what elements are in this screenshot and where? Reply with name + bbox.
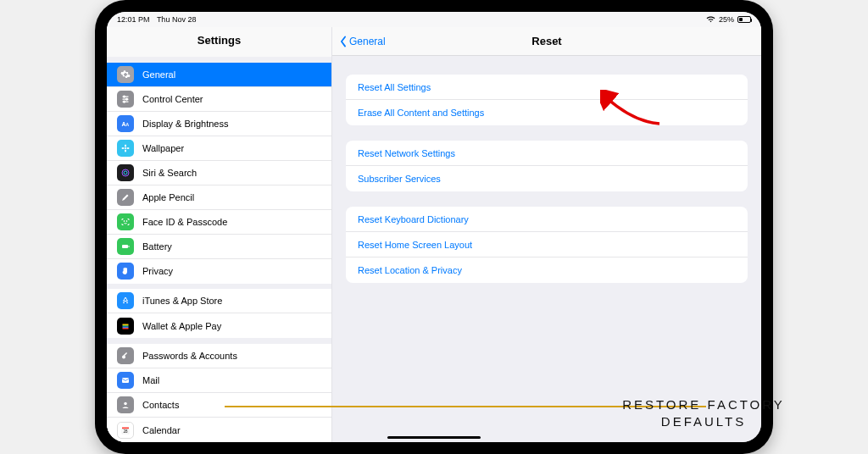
svg-point-9 bbox=[125, 144, 126, 147]
svg-rect-21 bbox=[123, 326, 129, 328]
textsize-icon: AA bbox=[117, 115, 134, 132]
subscriber-services-row[interactable]: Subscriber Services bbox=[346, 166, 748, 191]
svg-point-13 bbox=[122, 169, 129, 176]
detail-header: General Reset bbox=[332, 27, 761, 56]
caption-line2: DEFAULTS bbox=[661, 414, 746, 429]
settings-sidebar: Settings General Control Center bbox=[107, 27, 332, 442]
reset-all-settings-row[interactable]: Reset All Settings bbox=[346, 75, 748, 100]
sidebar-item-wallpaper[interactable]: Wallpaper bbox=[107, 136, 331, 161]
sidebar-item-siri-search[interactable]: Siri & Search bbox=[107, 161, 331, 185]
status-time: 12:01 PM bbox=[117, 15, 150, 24]
sidebar-item-label: Wallpaper bbox=[142, 143, 184, 153]
svg-rect-18 bbox=[129, 246, 130, 247]
chevron-left-icon bbox=[339, 36, 348, 47]
pencil-icon bbox=[117, 189, 134, 206]
back-label: General bbox=[349, 36, 386, 47]
caption-line1: RESTORE FACTORY bbox=[622, 397, 785, 412]
svg-rect-19 bbox=[123, 324, 129, 325]
sliders-icon bbox=[117, 91, 134, 108]
detail-body: Reset All Settings Erase All Content and… bbox=[332, 56, 761, 442]
sidebar-item-label: Mail bbox=[142, 375, 159, 385]
split-view: Settings General Control Center bbox=[107, 27, 761, 442]
gear-icon bbox=[117, 66, 134, 83]
sidebar-item-battery[interactable]: Battery bbox=[107, 235, 331, 259]
sidebar-item-wallet-applepay[interactable]: Wallet & Apple Pay bbox=[107, 313, 331, 338]
sidebar-item-faceid-passcode[interactable]: Face ID & Passcode bbox=[107, 210, 331, 235]
ipad-device-frame: 12:01 PM Thu Nov 28 25% Settings bbox=[95, 0, 773, 454]
faceid-icon bbox=[117, 213, 134, 230]
svg-text:A: A bbox=[122, 121, 126, 127]
appstore-icon bbox=[117, 292, 134, 309]
sidebar-item-display-brightness[interactable]: AA Display & Brightness bbox=[107, 112, 331, 136]
reset-row-label: Reset Location & Privacy bbox=[358, 265, 462, 275]
svg-point-5 bbox=[124, 101, 125, 102]
reset-row-label: Erase All Content and Settings bbox=[358, 108, 484, 118]
sidebar-item-mail[interactable]: Mail bbox=[107, 368, 331, 393]
status-bar: 12:01 PM Thu Nov 28 25% bbox=[107, 12, 761, 27]
sidebar-item-apple-pencil[interactable]: Apple Pencil bbox=[107, 185, 331, 210]
ipad-screen: 12:01 PM Thu Nov 28 25% Settings bbox=[107, 12, 761, 442]
svg-rect-17 bbox=[122, 245, 128, 248]
svg-point-1 bbox=[124, 96, 125, 97]
svg-rect-20 bbox=[123, 325, 129, 327]
svg-rect-24 bbox=[124, 352, 128, 357]
reset-group-3: Reset Keyboard Dictionary Reset Home Scr… bbox=[346, 207, 748, 283]
svg-rect-25 bbox=[122, 378, 129, 383]
siri-icon bbox=[117, 164, 134, 181]
svg-point-16 bbox=[126, 220, 127, 221]
svg-point-26 bbox=[124, 402, 127, 406]
sidebar-item-label: General bbox=[142, 69, 175, 80]
detail-title: Reset bbox=[531, 35, 561, 47]
reset-network-settings-row[interactable]: Reset Network Settings bbox=[346, 141, 748, 166]
sidebar-item-privacy[interactable]: Privacy bbox=[107, 259, 331, 284]
svg-point-14 bbox=[124, 171, 127, 174]
battery-settings-icon bbox=[117, 238, 134, 255]
sidebar-item-label: Siri & Search bbox=[142, 168, 197, 178]
reset-row-label: Reset Home Screen Layout bbox=[358, 240, 472, 250]
sidebar-item-label: Display & Brightness bbox=[142, 119, 229, 129]
sidebar-item-calendar[interactable]: 28 Calendar bbox=[107, 418, 331, 442]
reset-group-2: Reset Network Settings Subscriber Servic… bbox=[346, 141, 748, 191]
calendar-icon: 28 bbox=[117, 422, 134, 439]
svg-rect-22 bbox=[123, 328, 129, 329]
flower-icon bbox=[117, 140, 134, 157]
contacts-icon bbox=[117, 396, 134, 413]
erase-all-content-row[interactable]: Erase All Content and Settings bbox=[346, 100, 748, 125]
back-button[interactable]: General bbox=[339, 27, 386, 55]
status-date: Thu Nov 28 bbox=[157, 15, 197, 24]
detail-pane: General Reset Reset All Settings Erase A… bbox=[332, 27, 761, 442]
caption-text: RESTORE FACTORY DEFAULTS bbox=[593, 396, 814, 431]
sidebar-item-label: Passwords & Accounts bbox=[142, 351, 237, 361]
svg-text:A: A bbox=[126, 122, 130, 127]
svg-rect-27 bbox=[122, 427, 129, 429]
sidebar-item-label: Wallet & Apple Pay bbox=[142, 321, 221, 331]
svg-point-23 bbox=[122, 356, 125, 359]
reset-home-screen-layout-row[interactable]: Reset Home Screen Layout bbox=[346, 232, 748, 257]
svg-point-10 bbox=[125, 149, 126, 152]
sidebar-group-2: iTunes & App Store Wallet & Apple Pay bbox=[107, 289, 331, 338]
reset-keyboard-dictionary-row[interactable]: Reset Keyboard Dictionary bbox=[346, 207, 748, 232]
mail-icon bbox=[117, 372, 134, 389]
reset-row-label: Reset Network Settings bbox=[358, 148, 455, 158]
reset-group-1: Reset All Settings Erase All Content and… bbox=[346, 75, 748, 125]
home-indicator[interactable] bbox=[387, 436, 481, 439]
status-right: 25% bbox=[706, 15, 751, 24]
reset-row-label: Reset Keyboard Dictionary bbox=[358, 214, 469, 224]
sidebar-group-3: Passwords & Accounts Mail Contacts bbox=[107, 344, 331, 442]
status-left: 12:01 PM Thu Nov 28 bbox=[117, 15, 201, 24]
sidebar-item-itunes-appstore[interactable]: iTunes & App Store bbox=[107, 289, 331, 313]
status-battery-pct: 25% bbox=[719, 15, 734, 24]
sidebar-item-label: iTunes & App Store bbox=[142, 296, 222, 306]
svg-point-3 bbox=[126, 98, 128, 100]
sidebar-item-label: Face ID & Passcode bbox=[142, 217, 227, 227]
sidebar-item-label: Calendar bbox=[142, 425, 181, 435]
sidebar-item-label: Privacy bbox=[142, 266, 173, 276]
wallet-icon bbox=[117, 318, 134, 335]
sidebar-item-general[interactable]: General bbox=[107, 63, 331, 87]
sidebar-item-passwords-accounts[interactable]: Passwords & Accounts bbox=[107, 344, 331, 368]
reset-row-label: Reset All Settings bbox=[358, 82, 431, 92]
svg-text:28: 28 bbox=[123, 429, 128, 434]
svg-point-12 bbox=[127, 147, 130, 149]
reset-location-privacy-row[interactable]: Reset Location & Privacy bbox=[346, 257, 748, 283]
sidebar-item-control-center[interactable]: Control Center bbox=[107, 87, 331, 112]
